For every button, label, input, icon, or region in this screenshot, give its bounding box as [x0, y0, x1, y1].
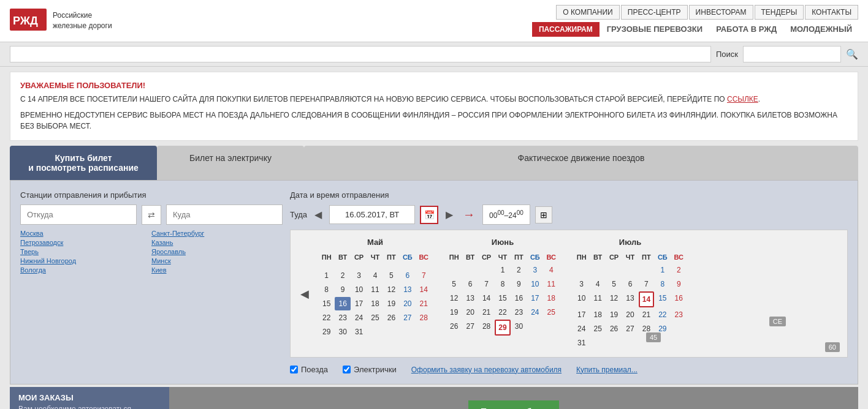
checkbox-elektr-input[interactable] [343, 366, 351, 373]
promo-button[interactable]: Просто выбери [468, 400, 559, 409]
july-19[interactable]: 19 [606, 308, 622, 321]
may-3[interactable]: 3 [351, 269, 367, 282]
tab-actual-movement[interactable]: Фактическое движение поездов [304, 146, 858, 180]
july-24[interactable]: 24 [574, 322, 589, 336]
notice-link[interactable]: ССЫЛКЕ [727, 95, 758, 103]
nav-o-kompanii[interactable]: О КОМПАНИИ [556, 5, 619, 20]
june-16[interactable]: 16 [511, 291, 527, 305]
nav-passengers[interactable]: ПАССАЖИРАМ [532, 22, 600, 37]
from-input[interactable] [20, 204, 137, 225]
may-19[interactable]: 19 [384, 297, 399, 310]
july-22[interactable]: 22 [655, 308, 670, 321]
may-15[interactable]: 15 [319, 297, 334, 310]
june-12[interactable]: 12 [446, 291, 462, 305]
july-9[interactable]: 9 [671, 277, 687, 291]
may-31[interactable]: 31 [351, 325, 367, 339]
nav-freight[interactable]: ГРУЗОВЫЕ ПЕРЕВОЗКИ [601, 22, 709, 37]
search-field[interactable] [743, 46, 841, 62]
may-24[interactable]: 24 [351, 311, 367, 325]
june-28[interactable]: 28 [479, 320, 494, 336]
swap-stations-button[interactable]: ⇄ [142, 205, 161, 225]
tab-elektrichka[interactable]: Билет на электричку [157, 146, 304, 180]
may-12[interactable]: 12 [384, 283, 399, 296]
quick-from-petrozavodsk[interactable]: Петрозаводск [20, 239, 151, 246]
june-11[interactable]: 11 [544, 277, 559, 291]
may-11[interactable]: 11 [367, 283, 383, 296]
july-3[interactable]: 3 [574, 277, 589, 291]
logo-icon[interactable]: РЖД [10, 9, 47, 34]
calendar-prev-button[interactable]: ◀ [295, 285, 314, 303]
june-19[interactable]: 19 [446, 306, 462, 319]
may-21[interactable]: 21 [416, 297, 432, 310]
june-20[interactable]: 20 [462, 306, 478, 319]
may-7[interactable]: 7 [416, 269, 432, 282]
may-16[interactable]: 16 [335, 297, 350, 310]
to-input[interactable] [166, 204, 283, 225]
july-10[interactable]: 10 [574, 291, 589, 307]
june-22[interactable]: 22 [495, 306, 510, 319]
time-picker-button[interactable]: ⊞ [535, 206, 552, 223]
nav-youth[interactable]: МОЛОДЕЖНЫЙ [784, 22, 858, 37]
june-23[interactable]: 23 [511, 306, 527, 319]
july-1[interactable]: 1 [655, 263, 670, 277]
june-15[interactable]: 15 [495, 291, 510, 305]
july-21[interactable]: 21 [639, 308, 654, 321]
july-2[interactable]: 2 [671, 263, 687, 277]
may-23[interactable]: 23 [335, 311, 350, 325]
quick-from-tver[interactable]: Тверь [20, 248, 151, 255]
july-8[interactable]: 8 [655, 277, 670, 291]
may-9[interactable]: 9 [335, 283, 350, 296]
order-car-link[interactable]: Оформить заявку на перевозку автомобиля [411, 366, 562, 374]
search-main-input[interactable] [10, 46, 711, 62]
checkbox-trains[interactable]: Поезда [290, 365, 328, 374]
may-10[interactable]: 10 [351, 283, 367, 296]
may-18[interactable]: 18 [367, 297, 383, 310]
july-17[interactable]: 17 [574, 308, 589, 321]
may-4[interactable]: 4 [367, 269, 383, 282]
may-28[interactable]: 28 [416, 311, 432, 325]
calendar-open-button[interactable]: 📅 [420, 206, 438, 224]
july-18[interactable]: 18 [590, 308, 605, 321]
july-27[interactable]: 27 [622, 322, 638, 336]
checkbox-elektr[interactable]: Электрички [343, 365, 397, 374]
june-17[interactable]: 17 [527, 291, 542, 305]
may-22[interactable]: 22 [319, 311, 334, 325]
may-13[interactable]: 13 [400, 283, 415, 296]
may-25[interactable]: 25 [367, 311, 383, 325]
july-11[interactable]: 11 [590, 291, 605, 307]
june-30[interactable]: 30 [511, 320, 527, 336]
june-24[interactable]: 24 [527, 306, 542, 319]
july-5[interactable]: 5 [606, 277, 622, 291]
tab-buy-ticket[interactable]: Купить билети посмотреть расписание [10, 146, 157, 180]
june-7[interactable]: 7 [479, 277, 494, 291]
quick-from-nizhny[interactable]: Нижний Новгород [20, 257, 151, 265]
july-23[interactable]: 23 [671, 308, 687, 321]
july-14[interactable]: 14 [639, 291, 654, 307]
nav-investors[interactable]: ИНВЕСТОРАМ [689, 5, 753, 20]
may-6[interactable]: 6 [400, 269, 415, 282]
june-1[interactable]: 1 [495, 263, 510, 277]
quick-to-yaroslavl[interactable]: Ярославль [151, 248, 283, 255]
quick-to-kiev[interactable]: Киев [151, 266, 283, 274]
july-20[interactable]: 20 [622, 308, 638, 321]
nav-press-center[interactable]: ПРЕСС-ЦЕНТР [621, 5, 688, 20]
quick-to-minsk[interactable]: Минск [151, 257, 283, 265]
nav-contacts[interactable]: КОНТАКТЫ [805, 5, 858, 20]
july-4[interactable]: 4 [590, 277, 605, 291]
nav-jobs[interactable]: РАБОТА В РЖД [710, 22, 783, 37]
checkbox-trains-input[interactable] [290, 366, 298, 373]
quick-from-moscow[interactable]: Москва [20, 230, 151, 237]
june-2[interactable]: 2 [511, 263, 527, 277]
july-6[interactable]: 6 [622, 277, 638, 291]
july-16[interactable]: 16 [671, 291, 687, 307]
july-31[interactable]: 31 [574, 336, 589, 350]
june-27[interactable]: 27 [462, 320, 478, 336]
date-prev-button[interactable]: ◀ [312, 209, 324, 220]
date-next-button[interactable]: ▶ [443, 209, 455, 220]
nav-tenders[interactable]: ТЕНДЕРЫ [755, 5, 804, 20]
july-7[interactable]: 7 [639, 277, 654, 291]
july-12[interactable]: 12 [606, 291, 622, 307]
may-8[interactable]: 8 [319, 283, 334, 296]
june-4[interactable]: 4 [544, 263, 559, 277]
july-25[interactable]: 25 [590, 322, 605, 336]
